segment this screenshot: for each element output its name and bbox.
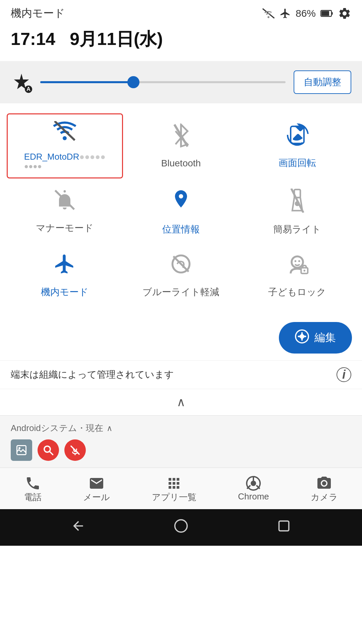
notif-search-icon <box>38 439 59 461</box>
airplane-tile-label: 機内モード <box>41 286 88 299</box>
tile-kidlock[interactable]: 子どもロック <box>239 243 355 305</box>
manner-tile-icon <box>53 189 76 216</box>
flashlight-tile-label: 簡易ライト <box>273 223 321 236</box>
manner-tile-label: マナーモード <box>36 222 94 234</box>
bottom-dock: 電話 メール アプリ一覧 Chrome カメラ <box>0 468 362 509</box>
svg-point-31 <box>251 481 256 486</box>
svg-line-28 <box>71 446 79 454</box>
kidlock-tile-label: 子どもロック <box>268 286 326 299</box>
brightness-icon: A <box>11 71 32 93</box>
edit-button[interactable]: 編集 <box>279 322 352 354</box>
quick-tiles-grid: EDR_MotoDR●●●●● ●●●● Bluetooth 画 <box>0 103 362 315</box>
dock-chrome[interactable]: Chrome <box>238 475 269 503</box>
svg-line-27 <box>50 451 53 455</box>
tile-location[interactable]: 位置情報 <box>123 178 239 243</box>
tile-bluetooth[interactable]: Bluetooth <box>123 113 239 178</box>
nav-home-button[interactable] <box>174 519 188 536</box>
svg-point-35 <box>175 520 187 532</box>
notif-expand-icon[interactable]: ∧ <box>107 424 113 433</box>
nav-recents-button[interactable] <box>277 519 291 536</box>
dock-mail[interactable]: メール <box>83 475 110 503</box>
battery-icon <box>320 9 333 18</box>
battery-percent: 86% <box>296 8 316 19</box>
status-icons: 86% <box>262 7 351 20</box>
dock-apps-label: アプリ一覧 <box>152 491 196 503</box>
svg-rect-36 <box>279 521 289 531</box>
time-date-text: 17:14 9月11日(水) <box>11 29 163 49</box>
dock-camera-label: カメラ <box>311 491 338 503</box>
flashlight-tile-icon <box>289 189 306 218</box>
edit-button-icon <box>295 329 309 346</box>
wifi-ssid-label: EDR_MotoDR●●●●● ●●●● <box>24 152 106 171</box>
bt-tile-label: Bluetooth <box>161 158 201 169</box>
wifi-name: EDR_MotoDR●●●●● <box>24 152 106 162</box>
status-mode-label: 機内モード <box>11 6 65 21</box>
notif-gallery-icon <box>11 439 32 461</box>
status-bar: 機内モード 86% <box>0 0 362 24</box>
bluelight-tile-icon <box>170 253 192 280</box>
tile-airplane[interactable]: 機内モード <box>7 243 123 305</box>
dock-apps[interactable]: アプリ一覧 <box>152 475 196 503</box>
nav-back-button[interactable] <box>71 519 85 536</box>
dock-phone-label: 電話 <box>24 491 42 503</box>
rotation-tile-label: 画面回転 <box>279 157 316 169</box>
chevron-up-icon[interactable]: ∧ <box>177 395 185 409</box>
dock-phone[interactable]: 電話 <box>24 475 42 503</box>
time-date-area: 17:14 9月11日(水) <box>0 24 362 61</box>
svg-point-20 <box>298 260 300 262</box>
tile-flashlight[interactable]: 簡易ライト <box>239 178 355 243</box>
location-tile-icon <box>170 189 192 218</box>
airplane-icon <box>280 8 291 19</box>
bluelight-tile-label: ブルーライト軽減 <box>142 286 219 299</box>
management-notice: 端末は組織によって管理されています i <box>0 360 362 389</box>
dock-mail-label: メール <box>83 491 110 503</box>
svg-rect-3 <box>321 11 329 16</box>
bt-tile-icon <box>172 123 190 153</box>
dock-chrome-label: Chrome <box>238 491 269 502</box>
svg-line-17 <box>173 256 188 271</box>
notif-mic-icon <box>64 439 86 461</box>
svg-point-5 <box>63 136 67 140</box>
date-display: 9月11日(水) <box>70 29 163 49</box>
settings-icon[interactable] <box>338 7 351 20</box>
time-display: 17:14 <box>11 29 55 49</box>
rotation-tile-icon <box>286 123 309 151</box>
tile-rotation[interactable]: 画面回転 <box>239 113 355 178</box>
info-icon[interactable]: i <box>337 367 351 382</box>
notification-area: Androidシステム・現在 ∧ <box>0 415 362 468</box>
svg-point-0 <box>267 16 269 18</box>
wifi-sub: ●●●● <box>24 162 106 171</box>
edit-button-label: 編集 <box>314 330 336 345</box>
auto-adjust-button[interactable]: 自動調整 <box>294 70 351 94</box>
brightness-panel: A 自動調整 <box>0 61 362 103</box>
wifi-tile-icon <box>53 121 77 146</box>
svg-point-22 <box>303 270 305 272</box>
location-tile-label: 位置情報 <box>162 223 200 236</box>
kidlock-tile-icon <box>286 253 309 280</box>
tile-manner[interactable]: マナーモード <box>7 178 123 243</box>
notif-header: Androidシステム・現在 ∧ <box>11 422 351 434</box>
svg-point-13 <box>64 190 66 193</box>
nav-bar <box>0 509 362 546</box>
tile-wifi[interactable]: EDR_MotoDR●●●●● ●●●● <box>7 113 123 178</box>
svg-point-25 <box>18 447 20 449</box>
brightness-slider[interactable] <box>40 81 286 83</box>
collapse-row[interactable]: ∧ <box>0 389 362 415</box>
mgmt-text: 端末は組織によって管理されています <box>11 368 174 381</box>
dock-camera[interactable]: カメラ <box>311 475 338 503</box>
svg-rect-2 <box>331 12 333 15</box>
notif-header-text: Androidシステム・現在 <box>11 422 103 434</box>
svg-point-19 <box>294 260 296 262</box>
tile-bluelight[interactable]: ブルーライト軽減 <box>123 243 239 305</box>
wifi-off-icon <box>262 8 275 19</box>
edit-row: 編集 <box>0 315 362 360</box>
airplane-tile-icon <box>53 253 76 280</box>
notif-icons-row <box>11 439 351 461</box>
